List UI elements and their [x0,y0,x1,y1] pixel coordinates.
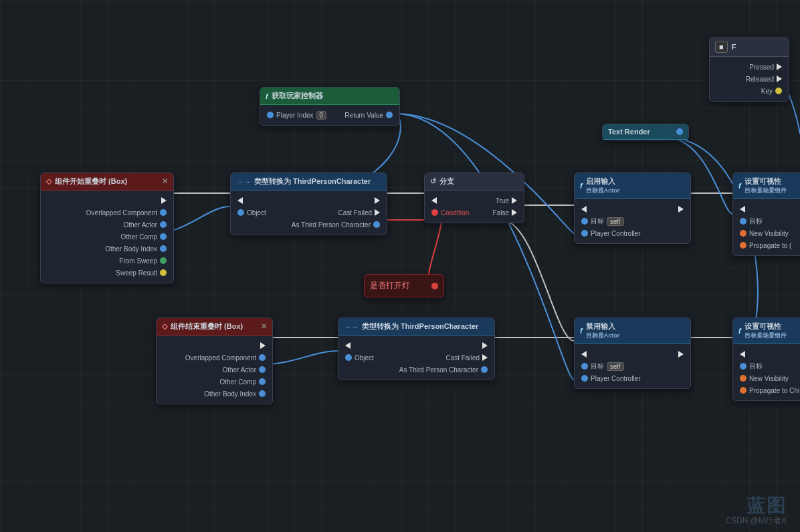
pin-label: Other Comp [220,378,256,386]
exec-pin-out [482,354,488,361]
node-header: →→ 类型转换为 ThirdPersonCharacter [231,173,387,190]
pin-row: Other Comp [43,231,171,243]
pin-label: Other Actor [123,221,157,229]
node-title: 设置可视性 [744,176,787,186]
node-title: 禁用输入 [586,321,620,331]
pin-dot [740,230,746,237]
key-f-node: ■ F Pressed Released Key [709,37,789,102]
pin-dot [160,209,167,216]
pin-row: 目标 [736,215,800,227]
pin-row [577,348,688,360]
pin-row: Other Body Index [159,388,270,400]
pin-dot [581,375,588,382]
node-subtitle: 目标是Actor [586,186,620,195]
pin-dot [740,363,746,370]
pin-row [233,194,384,207]
pin-row: Other Body Index [43,243,171,255]
pin-label: Player Index [276,112,314,119]
pin-row: Propagate to ( [736,239,800,251]
node-header: ◇ 组件结束重叠时 (Box) ✕ [157,318,272,336]
pin-row: Other Actor [159,364,270,376]
pin-badge: self [607,362,624,371]
pin-badge: 0 [316,111,327,120]
pin-dot [775,88,782,94]
key-icon: ■ [715,41,728,53]
pin-dot [259,366,266,373]
pin-label: New Visibility [749,230,789,237]
node-header: →→ 类型转换为 ThirdPersonCharacter [338,318,494,336]
node-title: 分支 [439,176,454,186]
pin-row [43,194,171,207]
pin-dot [267,112,274,118]
node-icon: ◇ [46,177,52,186]
pin-dot [581,363,588,370]
pin-row [341,340,492,352]
pin-row: 目标 self [577,360,688,372]
exec-pin-out [777,63,782,70]
pin-row: Key [712,85,786,97]
pin-row: Other Actor [43,219,171,231]
exec-pin-out [375,197,380,204]
exec-pin [161,197,167,204]
node-title: 类型转换为 ThirdPersonCharacter [254,176,371,186]
pin-row [736,203,800,215]
pin-badge: self [607,217,624,226]
close-icon: ✕ [261,322,267,331]
text-render-node: Text Render [602,124,689,140]
exec-pin-in [237,197,243,204]
pin-dot [160,269,167,276]
pin-row: Object Cast Failed [341,352,492,364]
pin-label: 目标 [591,362,604,371]
exec-pin-in [345,342,351,349]
node-header: f 启用输入 目标是Actor [575,173,690,199]
pin-dot [740,242,746,249]
node-icon: →→ [344,323,359,331]
node-title: 设置可视性 [744,321,787,331]
node-icon: f [580,182,583,190]
pin-row: 目标 [736,360,800,372]
node-header: ◇ 组件开始重叠时 (Box) ✕ [41,173,173,190]
pin-row: Overlapped Component [43,207,171,219]
pin-dot [237,209,244,216]
exec-pin-in [740,206,745,213]
pin-label: Other Comp [121,233,157,241]
pin-label: Cast Failed [338,209,372,217]
pin-dot [431,209,438,216]
watermark-text: 蓝图 [746,493,787,519]
pin-label: Released [746,76,774,83]
close-icon: ✕ [162,177,168,186]
exec-pin-out [777,76,782,82]
enable-input-node: f 启用输入 目标是Actor 目标 self Player Control [574,172,691,244]
pin-row [736,348,800,360]
pin-label: New Visibility [749,375,789,382]
pin-row: Player Controller [577,227,688,239]
exec-pin-out [678,206,684,213]
pin-dot [431,283,438,289]
node-title: 组件开始重叠时 (Box) [55,176,127,186]
node-title: 是否打开灯 [370,280,410,291]
node-title: 启用输入 [586,176,620,186]
pin-dot [259,354,266,361]
pin-dot [160,257,167,264]
pin-dot [373,221,380,228]
pin-label: Overlapped Component [86,209,157,217]
node-header: f 设置可视性 目标是场景组件 [733,173,800,199]
watermark-subtext: CSDN @M行者X [725,515,787,527]
pin-row: Pressed [712,61,786,73]
node-subtitle: 目标是场景组件 [744,186,787,195]
pin-dot [386,112,393,118]
pin-label: Other Body Index [204,390,256,398]
node-title: 类型转换为 ThirdPersonCharacter [362,321,478,331]
pin-row: Released [712,73,786,85]
node-icon: f [738,182,741,190]
exec-pin-out [375,209,380,216]
exec-pin-out [678,351,684,358]
pin-row: Sweep Result [43,267,171,279]
pin-dot [481,366,488,373]
pin-label: Pressed [749,63,774,71]
node-subtitle: 目标是场景组件 [744,331,787,340]
node-header: f 设置可视性 目标是场景组件 [733,318,800,344]
pin-label: Player Controller [591,230,640,237]
node-icon: ↺ [430,177,436,186]
exec-pin-out [260,342,266,349]
